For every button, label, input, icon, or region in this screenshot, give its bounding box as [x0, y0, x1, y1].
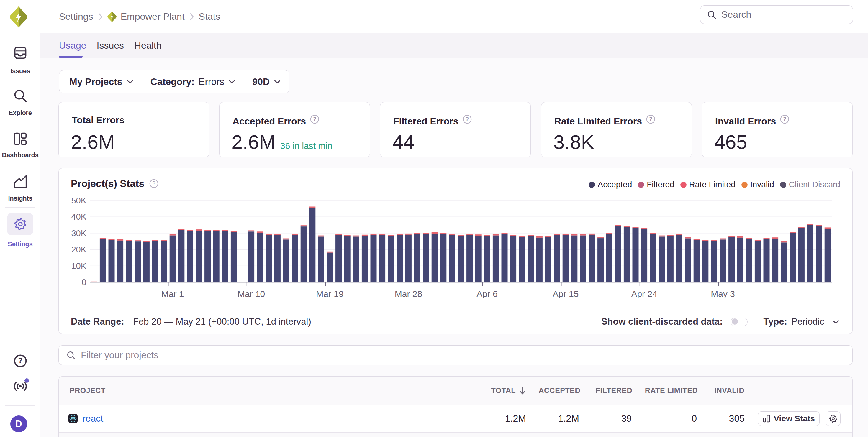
svg-text:Mar 1: Mar 1 [161, 289, 184, 298]
svg-text:?: ? [313, 116, 316, 122]
svg-text:40K: 40K [71, 212, 87, 222]
svg-text:?: ? [649, 116, 652, 122]
svg-text:30K: 30K [71, 229, 87, 238]
svg-text:Apr 24: Apr 24 [631, 289, 657, 298]
svg-text:Apr 6: Apr 6 [476, 289, 498, 298]
svg-text:?: ? [783, 116, 786, 122]
svg-text:May 3: May 3 [711, 289, 735, 298]
svg-text:20K: 20K [71, 245, 87, 254]
svg-text:0: 0 [82, 277, 87, 287]
svg-text:Mar 28: Mar 28 [395, 289, 422, 298]
svg-text:50K: 50K [71, 196, 87, 205]
svg-text:10K: 10K [71, 261, 87, 271]
svg-text:?: ? [18, 356, 23, 365]
svg-text:?: ? [466, 116, 469, 122]
svg-text:Apr 15: Apr 15 [553, 289, 579, 298]
svg-text:Mar 10: Mar 10 [238, 289, 265, 298]
svg-text:Mar 19: Mar 19 [316, 289, 343, 298]
